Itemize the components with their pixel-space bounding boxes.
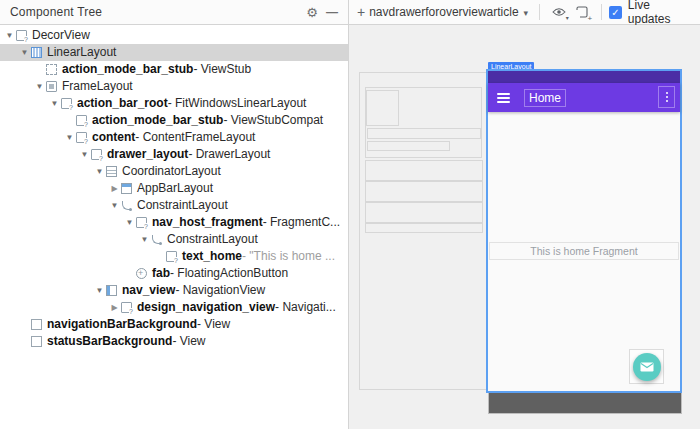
design-surface[interactable]: LinearLayout Home This is home Fragment	[349, 25, 700, 429]
unknown-view-icon	[91, 149, 102, 160]
plus-badge-icon: +	[588, 15, 593, 22]
view-type: LinearLayout	[47, 44, 116, 61]
view-type: - FitWindowsLinearLayout	[168, 95, 307, 112]
device-screen[interactable]: Home This is home Fragment	[486, 69, 682, 393]
view-id: design_navigation_view	[137, 299, 275, 316]
fragment-content: This is home Fragment	[488, 112, 680, 391]
view-type: - ViewStubCompat	[223, 112, 323, 129]
unknown-view-icon	[76, 115, 87, 126]
email-icon	[640, 362, 654, 372]
eye-icon[interactable]: ▾	[551, 4, 567, 20]
view-id: action_bar_root	[77, 95, 168, 112]
chevron-expanded-icon[interactable]: ▼	[138, 231, 151, 248]
tree-row[interactable]: ▼ConstraintLayout	[0, 197, 348, 214]
tree-row[interactable]: ▶AppBarLayout	[0, 180, 348, 197]
view-type: - DrawerLayout	[188, 146, 270, 163]
fab-button[interactable]	[633, 353, 661, 381]
nav-view-icon	[106, 285, 117, 296]
view-type: - Navigati...	[275, 299, 336, 316]
view-id: statusBarBackground	[47, 333, 172, 350]
view-type: - ViewStub	[193, 61, 251, 78]
app-bar[interactable]: Home	[488, 83, 680, 112]
tree-row[interactable]: ▼FrameLayout	[0, 78, 348, 95]
chevron-expanded-icon[interactable]: ▼	[48, 95, 61, 112]
tree-row[interactable]: navigationBarBackground - View	[0, 316, 348, 333]
view-type: CoordinatorLayout	[122, 163, 221, 180]
unknown-view-icon	[166, 251, 177, 262]
gear-icon[interactable]: ⚙	[302, 6, 322, 19]
chevron-expanded-icon[interactable]: ▼	[33, 78, 46, 95]
appbar-layout-icon	[121, 183, 132, 194]
constraint-layout-icon	[121, 200, 132, 211]
layout-inspector-window: Component Tree ⚙ — ▼DecorView▼LinearLayo…	[0, 0, 700, 429]
chevron-collapsed-icon[interactable]: ▶	[108, 299, 121, 316]
view-id: navigationBarBackground	[47, 316, 197, 333]
drawer-textline-wireframe	[367, 128, 481, 139]
drawer-textline-wireframe	[367, 141, 450, 151]
view-id: content	[92, 129, 135, 146]
component-tree-panel: Component Tree ⚙ — ▼DecorView▼LinearLayo…	[0, 0, 349, 429]
view-type: ConstraintLayout	[167, 231, 258, 248]
tree-row[interactable]: ▼DecorView	[0, 27, 348, 44]
view-type: DecorView	[32, 27, 90, 44]
unknown-view-icon	[76, 132, 87, 143]
chevron-collapsed-icon[interactable]: ▶	[108, 180, 121, 197]
tree-row[interactable]: ▶design_navigation_view - Navigati...	[0, 299, 348, 316]
chevron-expanded-icon[interactable]: ▼	[93, 163, 106, 180]
tree-row[interactable]: ▼nav_view - NavigationView	[0, 282, 348, 299]
design-toolbar: + navdrawerforoverviewarticle ▾ ▾ + ✓ Li…	[349, 0, 700, 25]
tree-row[interactable]: action_mode_bar_stub - ViewStub	[0, 61, 348, 78]
view-type: FrameLayout	[62, 78, 133, 95]
toolbar-separator	[601, 4, 602, 20]
view-type: AppBarLayout	[137, 180, 213, 197]
tree-row[interactable]: ▼drawer_layout - DrawerLayout	[0, 146, 348, 163]
live-updates-label: Live updates	[628, 0, 694, 26]
tree-row[interactable]: text_home - "This is home ...	[0, 248, 348, 265]
chevron-expanded-icon[interactable]: ▼	[93, 282, 106, 299]
drawer-menu-item-wireframe	[365, 181, 483, 202]
chevron-expanded-icon[interactable]: ▼	[63, 129, 76, 146]
plus-icon[interactable]: +	[357, 4, 365, 20]
process-selector[interactable]: navdrawerforoverviewarticle	[369, 5, 518, 19]
view-type: - FloatingActionButton	[170, 265, 288, 282]
hamburger-menu-icon[interactable]	[497, 93, 510, 103]
view-id: action_mode_bar_stub	[62, 61, 193, 78]
unknown-view-icon	[136, 217, 147, 228]
minimize-icon[interactable]: —	[322, 6, 342, 19]
chevron-expanded-icon[interactable]: ▼	[123, 214, 136, 231]
tree-row[interactable]: action_mode_bar_stub - ViewStubCompat	[0, 112, 348, 129]
live-updates-checkbox[interactable]: ✓	[609, 6, 622, 19]
tree-row[interactable]: ▼nav_host_fragment - FragmentC...	[0, 214, 348, 231]
linear-layout-icon	[31, 47, 42, 58]
chevron-down-icon[interactable]: ▾	[524, 8, 529, 18]
chevron-expanded-icon[interactable]: ▼	[3, 27, 16, 44]
tree-row[interactable]: ▼CoordinatorLayout	[0, 163, 348, 180]
frame-plus-icon[interactable]: +	[575, 4, 591, 20]
status-bar	[488, 71, 680, 83]
device-navigation-bar	[488, 393, 682, 414]
design-panel: + navdrawerforoverviewarticle ▾ ▾ + ✓ Li…	[349, 0, 700, 429]
unknown-view-icon	[121, 302, 132, 313]
home-fragment-text: This is home Fragment	[489, 242, 679, 260]
tree-row[interactable]: ▼ConstraintLayout	[0, 231, 348, 248]
appbar-title: Home	[524, 89, 566, 107]
overflow-menu-icon[interactable]	[658, 86, 675, 108]
tree-row[interactable]: ▼content - ContentFrameLayout	[0, 129, 348, 146]
chevron-expanded-icon[interactable]: ▼	[78, 146, 91, 163]
view-id: nav_host_fragment	[152, 214, 263, 231]
constraint-layout-icon	[151, 234, 162, 245]
view-id: fab	[152, 265, 170, 282]
drawer-menu-item-wireframe	[365, 223, 483, 233]
view-icon	[31, 319, 42, 330]
tree-row[interactable]: ▼action_bar_root - FitWindowsLinearLayou…	[0, 95, 348, 112]
view-type: ConstraintLayout	[137, 197, 228, 214]
toolbar-separator	[539, 4, 540, 20]
view-value: - "This is home ...	[242, 248, 335, 265]
view-type: - ContentFrameLayout	[135, 129, 255, 146]
tree-row[interactable]: statusBarBackground - View	[0, 333, 348, 350]
tree-row[interactable]: fab - FloatingActionButton	[0, 265, 348, 282]
chevron-expanded-icon[interactable]: ▼	[18, 44, 31, 61]
view-id: drawer_layout	[107, 146, 188, 163]
chevron-expanded-icon[interactable]: ▼	[108, 197, 121, 214]
tree-row[interactable]: ▼LinearLayout	[0, 44, 348, 61]
